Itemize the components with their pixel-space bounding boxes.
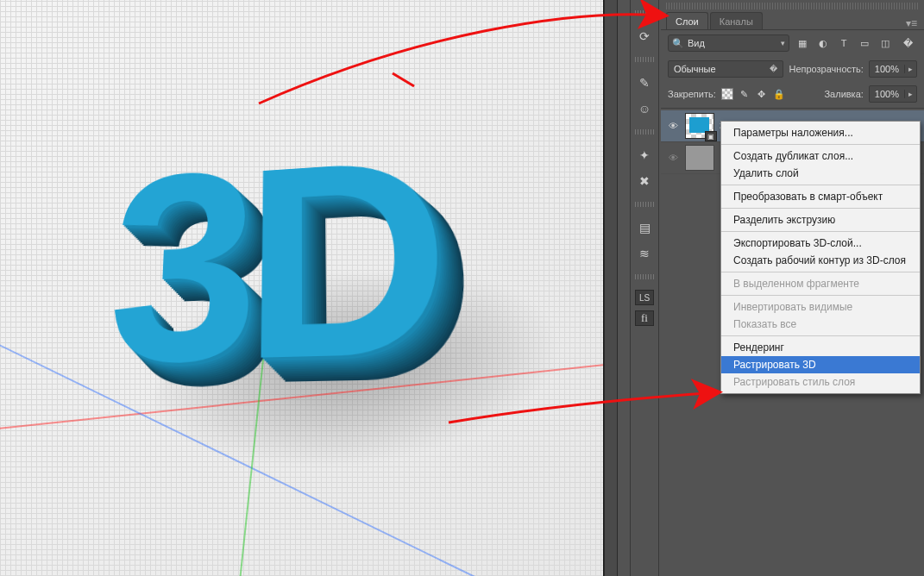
tab-layers[interactable]: Слои <box>666 12 708 29</box>
filter-kind-label: Вид <box>688 38 781 48</box>
chevron-down-icon: ▾ <box>781 39 785 47</box>
layer-context-menu: Параметры наложения...Создать дубликат с… <box>720 121 921 394</box>
context-menu-item[interactable]: Разделить экструзию <box>721 211 920 229</box>
tool-b-icon[interactable]: ✖ <box>634 171 655 191</box>
ruler-icon[interactable]: ▤ <box>634 217 655 238</box>
chevron-right-icon[interactable]: ▸ <box>904 90 916 98</box>
3d-text-object[interactable]: 3D <box>101 114 513 440</box>
lock-move-icon[interactable]: ✥ <box>756 88 768 100</box>
context-menu-item[interactable]: Экспортировать 3D-слой... <box>721 235 920 252</box>
history-icon[interactable]: ⟳ <box>634 26 655 47</box>
context-menu-item: Показать все <box>721 316 920 333</box>
blend-mode-dropdown[interactable]: Обычные � <box>668 60 783 78</box>
chevron-updown-icon: � <box>770 65 777 73</box>
visibility-eye-icon[interactable]: 👁 <box>666 153 680 163</box>
panel-grip[interactable] <box>635 274 654 279</box>
filter-shape-icon[interactable]: ▭ <box>857 35 872 51</box>
opacity-value: 100% <box>870 64 904 74</box>
context-menu-item[interactable]: Растрировать 3D <box>721 356 920 373</box>
canvas-3d-viewport[interactable]: 3D <box>0 0 604 576</box>
measure-icon[interactable]: ≋ <box>634 243 655 264</box>
context-menu-item: В выделенном фрагменте <box>721 275 920 292</box>
layer-thumbnail[interactable]: ▣ <box>685 113 714 139</box>
panel-grip[interactable] <box>635 57 654 62</box>
fill-field[interactable]: 100% ▸ <box>869 85 917 103</box>
canvas-scrollbar-vertical[interactable] <box>604 0 618 576</box>
panel-grip[interactable] <box>666 3 919 9</box>
context-menu-item: Инвертировать видимые <box>721 298 920 316</box>
blend-mode-value: Обычные <box>674 64 716 74</box>
context-menu-item[interactable]: Создать рабочий контур из 3D-слоя <box>721 252 920 269</box>
collapsed-panel-strip: ⟳ ✎ ☺ ✦ ✖ ▤ ≋ LS fi <box>630 0 659 576</box>
context-menu-item[interactable]: Преобразовать в смарт-объект <box>721 188 920 205</box>
tab-channels[interactable]: Каналы <box>710 12 763 29</box>
lock-paint-icon[interactable]: ✎ <box>739 88 751 100</box>
3d-badge-icon: ▣ <box>705 131 717 141</box>
ls-icon[interactable]: LS <box>635 290 654 305</box>
lock-all-icon[interactable]: 🔒 <box>773 88 785 100</box>
context-menu-item[interactable]: Параметры наложения... <box>721 124 920 141</box>
visibility-eye-icon[interactable]: 👁 <box>666 121 680 131</box>
layer-thumbnail[interactable] <box>685 145 714 171</box>
panel-grip[interactable] <box>635 202 654 207</box>
tool-a-icon[interactable]: ✦ <box>634 145 655 166</box>
brush-icon[interactable]: ✎ <box>634 72 655 93</box>
search-icon: 🔍 <box>672 38 684 49</box>
context-menu-item: Растрировать стиль слоя <box>721 373 920 391</box>
lock-label: Закрепить: <box>668 89 716 99</box>
filter-toggle-switch[interactable]: � <box>898 35 917 51</box>
lock-transparent-icon[interactable] <box>721 88 733 100</box>
fill-value: 100% <box>870 89 904 99</box>
panel-menu-icon[interactable]: ▾≡ <box>906 17 917 29</box>
opacity-field[interactable]: 100% ▸ <box>869 60 917 78</box>
layer-filter-dropdown[interactable]: 🔍 Вид ▾ <box>668 34 789 52</box>
panel-tabs: Слои Каналы ▾≡ <box>661 9 924 30</box>
fi-icon[interactable]: fi <box>635 310 654 326</box>
context-menu-item[interactable]: Рендеринг <box>721 339 920 356</box>
panel-grip[interactable] <box>635 10 654 16</box>
filter-smart-icon[interactable]: ◫ <box>877 35 893 51</box>
filter-image-icon[interactable]: ▦ <box>795 35 810 51</box>
filter-adjust-icon[interactable]: ◐ <box>815 35 831 51</box>
chevron-right-icon[interactable]: ▸ <box>904 65 916 73</box>
context-menu-item[interactable]: Удалить слой <box>721 165 920 182</box>
panel-grip[interactable] <box>635 129 654 135</box>
clone-icon[interactable]: ☺ <box>634 98 655 119</box>
context-menu-item[interactable]: Создать дубликат слоя... <box>721 147 920 165</box>
opacity-label: Непрозрачность: <box>789 64 863 74</box>
filter-type-icon[interactable]: T <box>836 35 852 51</box>
fill-label: Заливка: <box>824 89 863 99</box>
